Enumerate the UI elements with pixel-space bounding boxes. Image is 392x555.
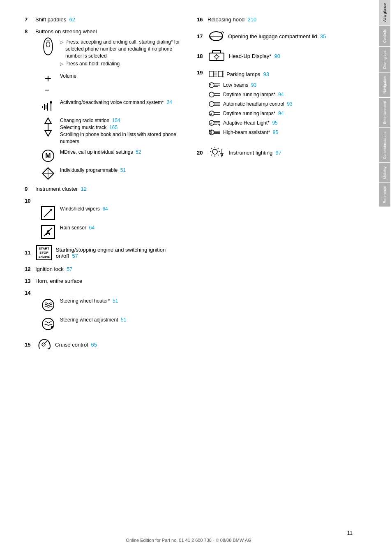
item-20-number: 20 bbox=[197, 150, 204, 156]
item-8: 8 Buttons on steering wheel bbox=[25, 28, 184, 180]
sub-item-volume: + − Volume bbox=[40, 73, 184, 95]
svg-text:M: M bbox=[45, 152, 51, 159]
svg-point-74 bbox=[212, 149, 217, 154]
sw-adjust-icon-cell bbox=[40, 317, 56, 331]
prog-icon-cell bbox=[40, 167, 56, 180]
low-beams-icon bbox=[208, 81, 221, 89]
sub-item-voice: Activating/deactivating voice command sy… bbox=[40, 99, 184, 113]
rain-icon: A bbox=[41, 224, 55, 239]
voice-label: Activating/deactivating voice command sy… bbox=[60, 99, 172, 106]
item-12: 12 Ignition lock 57 bbox=[25, 266, 184, 272]
hud-icon-cell bbox=[208, 50, 225, 62]
bullet-press-hold: ▷ Press and hold: redialing bbox=[60, 60, 184, 67]
item-16-number: 16 bbox=[197, 16, 204, 23]
tab-at-a-glance[interactable]: At a glance bbox=[379, 0, 390, 25]
item-11-title: Starting/stopping engine and switching i… bbox=[56, 247, 184, 259]
item-7: 7 Shift paddles 62 bbox=[25, 16, 184, 23]
svg-point-57 bbox=[209, 102, 214, 106]
adaptive-headlight-icon: A bbox=[208, 119, 221, 127]
volume-icon: + − bbox=[45, 73, 51, 95]
item-14: 14 bbox=[25, 290, 184, 331]
item-13-title: Horn, entire surface bbox=[35, 278, 82, 284]
svg-marker-8 bbox=[45, 118, 51, 124]
start-stop-icon: STARTSTOPENGINE bbox=[36, 245, 52, 260]
svg-line-31 bbox=[223, 32, 224, 33]
item-11-number: 11 bbox=[25, 250, 32, 256]
sidebar-tabs: At a glance Controls Driving tips Naviga… bbox=[377, 0, 392, 555]
item-15: 15 Cruise control 65 bbox=[25, 337, 184, 352]
sub-item-sw-heater: Steering wheel heater* 51 bbox=[40, 298, 184, 312]
luggage-icon bbox=[208, 30, 224, 42]
item-19: 19 bbox=[197, 69, 357, 138]
item-18: 18 bbox=[197, 50, 357, 62]
svg-marker-10 bbox=[45, 130, 51, 136]
tab-communications[interactable]: Communications bbox=[379, 128, 390, 162]
svg-text:A: A bbox=[210, 112, 212, 116]
tab-driving-tips[interactable]: Driving tips bbox=[379, 47, 390, 72]
svg-line-81 bbox=[218, 148, 219, 149]
sw-adjust-icon bbox=[41, 317, 55, 331]
wiper-icon bbox=[41, 206, 55, 220]
lamps-sub-lines: Low beams 93 Daytime running bbox=[208, 81, 293, 136]
svg-text:A: A bbox=[210, 122, 212, 125]
sw-adjust-label: Steering wheel adjustment 51 bbox=[60, 317, 126, 324]
svg-point-0 bbox=[46, 42, 50, 47]
svg-point-54 bbox=[209, 92, 214, 97]
item-9-page[interactable]: 12 bbox=[81, 186, 87, 192]
tab-mobility[interactable]: Mobility bbox=[379, 163, 390, 183]
volume-icon-cell: + − bbox=[40, 73, 56, 95]
tab-controls[interactable]: Controls bbox=[379, 26, 390, 46]
item-18-number: 18 bbox=[197, 53, 204, 59]
hud-icon bbox=[208, 50, 225, 62]
voice-icon-cell bbox=[40, 99, 56, 113]
svg-point-49 bbox=[209, 83, 214, 88]
item-10-sub-items: Windshield wipers 64 A bbox=[40, 206, 184, 239]
sub-item-wiper: Windshield wipers 64 bbox=[40, 206, 184, 220]
prog-label: Individually programmable 51 bbox=[60, 167, 126, 174]
item-7-number: 7 bbox=[25, 16, 32, 23]
svg-line-82 bbox=[211, 155, 212, 155]
item-16: 16 Releasing hood 210 bbox=[197, 16, 357, 23]
tab-navigation[interactable]: Navigation bbox=[379, 73, 390, 97]
auto-headlamp-icon bbox=[208, 100, 221, 108]
item-17-number: 17 bbox=[197, 33, 204, 39]
item-10-number: 10 bbox=[25, 198, 32, 204]
item-7-page[interactable]: 62 bbox=[69, 16, 75, 23]
mdrive-label: MDrive, call up individual settings 52 bbox=[60, 149, 141, 156]
item-15-title: Cruise control 65 bbox=[55, 342, 97, 348]
wiper-label: Windshield wipers 64 bbox=[60, 206, 108, 213]
daytime-lamps-icon bbox=[208, 90, 221, 99]
tab-entertainment[interactable]: Entertainment bbox=[379, 98, 390, 127]
wiper-icon-cell bbox=[40, 206, 56, 220]
page-footer: 11 Online Edition for Part no. 01 41 2 6… bbox=[0, 530, 377, 543]
item-8-title: Buttons on steering wheel bbox=[35, 28, 97, 35]
svg-rect-45 bbox=[218, 71, 222, 77]
item-18-title: Head-Up Display* 90 bbox=[229, 53, 280, 59]
svg-point-6 bbox=[50, 101, 52, 104]
rain-label: Rain sensor 64 bbox=[60, 224, 95, 231]
item-20: 20 bbox=[197, 145, 357, 160]
prog-icon bbox=[42, 167, 55, 180]
tab-reference[interactable]: Reference bbox=[379, 183, 390, 207]
parking-lamps-icon bbox=[208, 69, 225, 79]
luggage-icon-cell bbox=[208, 30, 224, 42]
item-10: 10 bbox=[25, 198, 184, 239]
lamps-icons: Parking lamps 93 bbox=[208, 69, 293, 79]
item-15-number: 15 bbox=[25, 342, 32, 348]
item-9: 9 Instrument cluster 12 bbox=[25, 186, 184, 192]
item-17-title: Opening the luggage compartment lid 35 bbox=[228, 33, 326, 39]
svg-rect-41 bbox=[209, 71, 213, 77]
high-beam-icon: A bbox=[208, 128, 221, 136]
svg-point-36 bbox=[215, 55, 218, 58]
phone-icon-cell bbox=[40, 37, 56, 56]
sub-item-rain: A Rain sensor 64 bbox=[40, 224, 184, 239]
arrows-icon bbox=[42, 117, 55, 137]
phone-sub-text: ▷ Press: accepting and ending call, star… bbox=[60, 37, 184, 69]
instrument-lighting-icon-cell bbox=[208, 145, 225, 160]
item-9-number: 9 bbox=[25, 186, 32, 192]
rain-icon-cell: A bbox=[40, 224, 56, 239]
item-17: 17 Opening the lugg bbox=[197, 30, 357, 42]
arrows-label: Changing radio station 154 Selecting mus… bbox=[60, 117, 184, 145]
item-7-title: Shift paddles 62 bbox=[35, 16, 75, 23]
sub-item-phone: ▷ Press: accepting and ending call, star… bbox=[40, 37, 184, 69]
